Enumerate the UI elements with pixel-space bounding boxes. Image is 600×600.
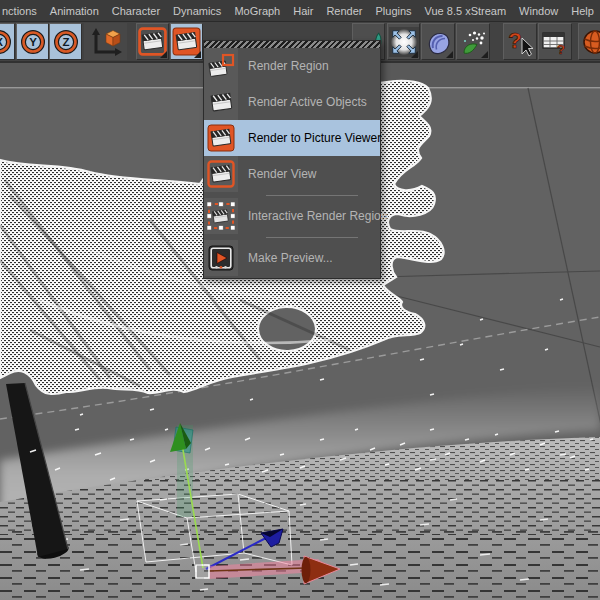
globe-button[interactable] [578,23,600,60]
coordinate-system-icon [88,27,124,57]
make-preview-icon [207,244,235,272]
menu-item-character[interactable]: Character [112,5,160,17]
context-help-button[interactable]: ? [503,23,537,60]
menu-item-mograph[interactable]: MoGraph [234,5,280,17]
svg-text:?: ? [508,28,521,53]
menu-item-make-preview[interactable]: Make Preview... [204,240,380,276]
render-view-button[interactable] [136,23,169,60]
menu-item-dynamics[interactable]: Dynamics [173,5,221,17]
menu-item-label: Render Active Objects [238,95,367,109]
menu-item-label: Make Preview... [238,251,333,265]
render-dropdown-menu: Render Region Render Active Objects Rend… [203,40,381,279]
menu-item-label: Render View [238,167,316,181]
particles-button[interactable] [456,23,490,60]
render-view-icon [207,160,235,188]
globe-icon [580,27,600,57]
svg-text:Y: Y [29,36,37,48]
menu-item-vue-xstream[interactable]: Vue 8.5 xStream [425,5,507,17]
menu-item-animation[interactable]: Animation [50,5,99,17]
coordinate-system-button[interactable] [84,23,127,60]
submenu-indicator [446,51,453,58]
lock-z-icon: Z [53,29,79,55]
menu-tearoff-strip[interactable] [204,41,380,48]
render-region-icon [207,52,235,80]
application-window: nctions Animation Character Dynamics MoG… [0,0,600,600]
menu-item-render-view[interactable]: Render View [204,156,380,192]
menu-separator [204,192,380,198]
menu-item-render-region[interactable]: Render Region [204,48,380,84]
menu-item-render[interactable]: Render [326,5,362,17]
menu-separator [204,234,380,240]
submenu-indicator [160,51,167,58]
menu-item-window[interactable]: Window [519,5,558,17]
lock-z-button[interactable]: Z [49,23,82,60]
svg-text:Z: Z [62,36,69,48]
menu-item-label: Interactive Render Region [238,209,387,223]
render-to-picture-viewer-button[interactable] [170,23,203,60]
submenu-indicator [194,51,201,58]
lock-x-icon: X [0,29,12,55]
menu-item-hair[interactable]: Hair [293,5,313,17]
menu-item-plugins[interactable]: Plugins [375,5,411,17]
lock-x-button[interactable]: X [0,23,15,60]
lock-y-button[interactable]: Y [16,23,49,60]
submenu-indicator [411,51,418,58]
svg-text:X: X [0,36,3,48]
help-cursor-icon: ? [505,27,535,57]
render-to-picture-viewer-icon [207,124,235,152]
interactive-render-region-icon [207,202,235,230]
svg-text:?: ? [557,42,565,57]
deformer-button[interactable] [421,23,455,60]
submenu-indicator [481,51,488,58]
menu-item-render-active-objects[interactable]: Render Active Objects [204,84,380,120]
menu-item-functions[interactable]: nctions [2,5,37,17]
menu-item-label: Render to Picture Viewer [238,131,381,145]
gizmo-origin-handle[interactable] [196,565,209,578]
table-help-icon: ? [540,27,570,57]
menu-item-help[interactable]: Help [571,5,594,17]
content-browser-button[interactable]: ? [538,23,572,60]
lock-y-icon: Y [20,29,46,55]
menu-bar: nctions Animation Character Dynamics MoG… [0,0,600,22]
expand-view-button[interactable] [387,23,420,60]
menu-item-label: Render Region [238,59,329,73]
x-axis-arrowhead-base [302,557,311,583]
menu-item-render-to-picture-viewer[interactable]: Render to Picture Viewer [204,120,380,156]
menu-item-interactive-render-region[interactable]: Interactive Render Region [204,198,380,234]
render-active-objects-icon [207,88,235,116]
